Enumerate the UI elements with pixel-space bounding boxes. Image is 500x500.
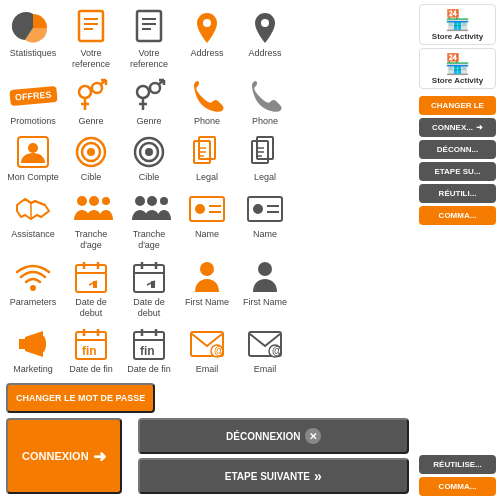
- svg-point-44: [102, 197, 110, 205]
- handshake-icon: [15, 191, 51, 227]
- svg-rect-4: [137, 11, 161, 41]
- icon-cell-name-2[interactable]: Name: [236, 187, 294, 255]
- icon-label-genre-1: Genre: [78, 116, 103, 127]
- icon-cell-tranche-2[interactable]: Tranche d'age: [120, 187, 178, 255]
- icon-label-date-fin-1: Date de fin: [69, 364, 113, 375]
- icon-cell-statistiques[interactable]: Statistiques: [4, 6, 62, 74]
- commander-sidebar-button[interactable]: COMMA...: [419, 206, 496, 225]
- icon-label-firstname-1: First Name: [185, 297, 229, 308]
- icon-cell-date-fin-1[interactable]: fin Date de fin: [62, 322, 120, 379]
- group-orange-icon: [73, 191, 109, 227]
- deconnexion-button[interactable]: DÉCONNEXION ✕: [138, 418, 409, 454]
- icon-label-tranche-2: Tranche d'age: [122, 229, 176, 251]
- icon-cell-date-debut-1[interactable]: Date de debut: [62, 255, 120, 323]
- icon-label-assistance: Assistance: [11, 229, 55, 240]
- icon-cell-cible-2[interactable]: Cible: [120, 130, 178, 187]
- svg-point-66: [258, 262, 272, 276]
- icon-cell-empty-10: [352, 255, 410, 323]
- svg-text:@: @: [214, 345, 224, 356]
- icon-label-tranche-1: Tranche d'age: [64, 229, 118, 251]
- icon-cell-genre-2[interactable]: Genre: [120, 74, 178, 131]
- icon-label-date-fin-2: Date de fin: [127, 364, 171, 375]
- icon-cell-date-debut-2[interactable]: Date de debut: [120, 255, 178, 323]
- icon-cell-address-2[interactable]: Address: [236, 6, 294, 74]
- icon-cell-parameters[interactable]: Parameters: [4, 255, 62, 323]
- svg-text:fin: fin: [140, 344, 155, 358]
- bottom-right-buttons: RÉUTILISE... COMMA...: [419, 455, 496, 496]
- commande-bottom-button[interactable]: COMMA...: [419, 477, 496, 496]
- megaphone-icon: [15, 326, 51, 362]
- namecard-dark-icon: [247, 191, 283, 227]
- calendar2-orange-icon: fin: [73, 326, 109, 362]
- change-password-sidebar-button[interactable]: CHANGER LE: [419, 96, 496, 115]
- svg-point-65: [200, 262, 214, 276]
- svg-point-17: [137, 86, 149, 98]
- doc-dark-icon: [131, 10, 167, 46]
- svg-rect-0: [79, 11, 103, 41]
- icon-label-cible-2: Cible: [139, 172, 160, 183]
- icon-cell-tranche-1[interactable]: Tranche d'age: [62, 187, 120, 255]
- bottom-buttons-area: CHANGER LE MOT DE PASSE CONNEXION ➜ DÉCO…: [0, 377, 415, 500]
- target-dark-icon: [131, 134, 167, 170]
- icon-cell-firstname-2[interactable]: First Name: [236, 255, 294, 323]
- icon-cell-votre-ref-1[interactable]: Votre reference: [62, 6, 120, 74]
- reutiliser-sidebar-button[interactable]: RÉUTILI...: [419, 184, 496, 203]
- right-sidebar: 🏪 Store Activity 🏪 Store Activity CHANGE…: [415, 0, 500, 500]
- change-password-button[interactable]: CHANGER LE MOT DE PASSE: [6, 383, 155, 413]
- svg-point-9: [261, 19, 269, 27]
- icon-cell-cible-1[interactable]: Cible: [62, 130, 120, 187]
- svg-point-25: [28, 143, 38, 153]
- icon-cell-empty-7: [294, 187, 352, 255]
- icon-cell-name-1[interactable]: Name: [178, 187, 236, 255]
- icon-label-cible-1: Cible: [81, 172, 102, 183]
- svg-point-67: [40, 336, 46, 352]
- deconnexion-sidebar-button[interactable]: DÉCONN...: [419, 140, 496, 159]
- icon-label-phone-1: Phone: [194, 116, 220, 127]
- calendar-dark-icon: [131, 259, 167, 295]
- reutiliser-bottom-button[interactable]: RÉUTILISE...: [419, 455, 496, 474]
- store-activity-item-1[interactable]: 🏪 Store Activity: [419, 4, 496, 45]
- offres-icon: OFFRES: [15, 78, 51, 114]
- svg-rect-57: [76, 265, 106, 292]
- icon-label-legal-1: Legal: [196, 172, 218, 183]
- pin-orange-icon: [189, 10, 225, 46]
- store-activity-item-2[interactable]: 🏪 Store Activity: [419, 48, 496, 89]
- icon-cell-empty-8: [352, 187, 410, 255]
- icon-cell-email-2[interactable]: @ Email: [236, 322, 294, 379]
- calendar2-dark-icon: fin: [131, 326, 167, 362]
- connexion-button[interactable]: CONNEXION ➜: [6, 418, 122, 494]
- icon-cell-empty-11: [294, 322, 352, 379]
- icon-cell-assistance[interactable]: Assistance: [4, 187, 62, 255]
- icon-cell-email-1[interactable]: @ Email: [178, 322, 236, 379]
- icon-cell-promotions[interactable]: OFFRES Promotions: [4, 74, 62, 131]
- icon-cell-legal-1[interactable]: Legal: [178, 130, 236, 187]
- svg-point-10: [79, 86, 91, 98]
- icon-label-statistiques: Statistiques: [10, 48, 57, 59]
- icon-grid: Statistiques Votre reference: [4, 6, 411, 379]
- legal-dark-icon: [247, 134, 283, 170]
- icon-label-date-debut-2: Date de debut: [122, 297, 176, 319]
- icon-cell-legal-2[interactable]: Legal: [236, 130, 294, 187]
- reutiliser-sidebar-label: RÉUTILI...: [439, 189, 477, 198]
- icon-label-address-1: Address: [190, 48, 223, 59]
- icon-label-votre-ref-2: Votre reference: [122, 48, 176, 70]
- etape-sidebar-button[interactable]: ETAPE SU...: [419, 162, 496, 181]
- wifi-icon: [15, 259, 51, 295]
- legal-orange-icon: [189, 134, 225, 170]
- group-dark-icon: [131, 191, 167, 227]
- icon-cell-phone-1[interactable]: Phone: [178, 74, 236, 131]
- icon-cell-firstname-1[interactable]: First Name: [178, 255, 236, 323]
- store-activity-block: 🏪 Store Activity 🏪 Store Activity: [419, 4, 496, 89]
- icon-cell-date-fin-2[interactable]: fin Date de fin: [120, 322, 178, 379]
- icon-label-votre-ref-1: Votre reference: [64, 48, 118, 70]
- etape-suivante-button[interactable]: ETAPE SUIVANTE »: [138, 458, 409, 494]
- icon-label-genre-2: Genre: [136, 116, 161, 127]
- icon-cell-address-1[interactable]: Address: [178, 6, 236, 74]
- icon-cell-votre-ref-2[interactable]: Votre reference: [120, 6, 178, 74]
- icon-cell-genre-1[interactable]: Genre: [62, 74, 120, 131]
- icon-cell-phone-2[interactable]: Phone: [236, 74, 294, 131]
- icon-cell-marketing[interactable]: Marketing: [4, 322, 62, 379]
- connexion-sidebar-button[interactable]: CONNEX... ➜: [419, 118, 496, 137]
- icon-label-email-1: Email: [196, 364, 219, 375]
- icon-cell-mon-compte[interactable]: Mon Compte: [4, 130, 62, 187]
